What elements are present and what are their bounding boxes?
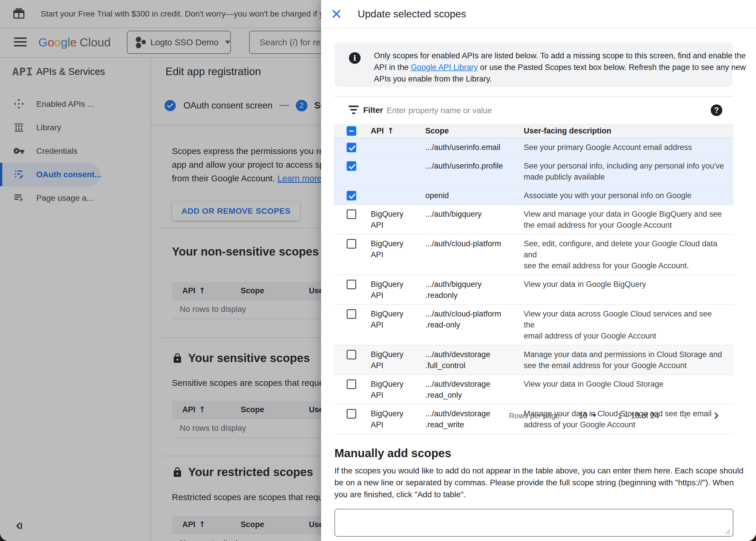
description-cell: View your data in Google Cloud Storage	[524, 375, 733, 404]
scope-cell: .../auth/bigquery	[425, 205, 524, 234]
description-cell: Manage your data and permissions in Clou…	[524, 345, 733, 374]
description-cell: See, edit, configure, and delete your Go…	[524, 235, 733, 275]
api-cell: BigQuery API	[371, 275, 425, 304]
row-checkbox[interactable]	[347, 161, 356, 171]
info-text: Only scopes for enabled APIs are listed …	[374, 50, 751, 85]
rows-per-page-label: Rows per page:	[509, 411, 562, 420]
column-user-facing-description: User-facing description	[524, 124, 611, 138]
scope-cell: .../auth/userinfo.profile	[425, 157, 524, 186]
scope-row: BigQuery API.../auth/cloud-platformSee, …	[334, 235, 733, 275]
row-checkbox[interactable]	[347, 379, 356, 389]
api-cell	[371, 138, 425, 156]
description-cell: View your data across Google Cloud servi…	[524, 305, 733, 345]
scope-row: BigQuery API.../auth/devstorage .full_co…	[334, 345, 733, 375]
row-checkbox[interactable]	[347, 239, 356, 249]
info-icon	[349, 52, 361, 64]
filter-icon	[349, 106, 359, 115]
pagination-range: 1 – 10 of 24	[618, 411, 659, 420]
filter-label: Filter	[363, 97, 383, 124]
filter-input[interactable]	[386, 102, 678, 120]
scope-row: .../auth/userinfo.profileSee your person…	[334, 157, 733, 187]
api-cell	[371, 187, 425, 205]
previous-page-icon[interactable]	[681, 411, 690, 420]
checkbox-cell	[334, 275, 371, 304]
description-cell: Associate you with your personal info on…	[524, 187, 733, 205]
scopes-table: API Scope User-facing description .../au…	[334, 124, 733, 434]
checkbox-cell	[334, 157, 371, 186]
api-cell	[371, 157, 425, 186]
row-checkbox[interactable]	[347, 191, 356, 201]
scope-cell: .../auth/userinfo.email	[425, 138, 524, 156]
update-selected-scopes-panel: Update selected scopes Only scopes for e…	[321, 0, 756, 541]
api-cell: BigQuery API	[371, 235, 425, 275]
row-checkbox[interactable]	[347, 279, 356, 289]
scopes-table-header: API Scope User-facing description	[334, 124, 733, 138]
checkbox-cell	[334, 235, 371, 275]
manually-add-scopes-help: If the scopes you would like to add do n…	[334, 465, 747, 500]
scope-cell: .../auth/devstorage .read_only	[425, 375, 524, 404]
description-cell: View your data in Google BigQuery	[524, 275, 733, 304]
panel-title: Update selected scopes	[358, 8, 466, 20]
select-all-checkbox[interactable]	[347, 126, 356, 136]
scope-cell: .../auth/cloud-platform	[425, 235, 524, 275]
api-cell: BigQuery API	[371, 345, 425, 374]
scope-row: BigQuery API.../auth/cloud-platform .rea…	[334, 305, 733, 345]
checkbox-cell	[334, 205, 371, 234]
checkbox-cell	[334, 138, 371, 156]
next-page-icon[interactable]	[712, 411, 721, 420]
scope-cell: .../auth/cloud-platform .read-only	[425, 305, 524, 345]
help-icon[interactable]	[711, 104, 722, 116]
scope-row: BigQuery API.../auth/bigquery .readonlyV…	[334, 275, 733, 305]
row-checkbox[interactable]	[347, 210, 356, 219]
rows-per-page-select[interactable]: 10	[579, 411, 597, 420]
panel-header: Update selected scopes	[321, 0, 756, 28]
scopes-table-rows: .../auth/userinfo.emailSee your primary …	[334, 138, 733, 434]
scope-cell: .../auth/bigquery .readonly	[425, 275, 524, 304]
api-cell: BigQuery API	[371, 205, 425, 234]
api-cell: BigQuery API	[371, 305, 425, 345]
checkbox-cell	[334, 345, 371, 374]
description-cell: View and manage your data in Google BigQ…	[524, 205, 733, 234]
info-banner: Only scopes for enabled APIs are listed …	[335, 42, 733, 87]
row-checkbox[interactable]	[347, 309, 356, 319]
modal-backdrop[interactable]	[0, 0, 321, 541]
row-checkbox[interactable]	[347, 350, 356, 359]
column-scope: Scope	[425, 124, 449, 138]
manual-scopes-textarea[interactable]	[334, 509, 733, 537]
google-api-library-link[interactable]: Google API Library	[411, 63, 478, 72]
checkbox-cell	[334, 305, 371, 345]
manually-add-scopes-heading: Manually add scopes	[334, 447, 451, 460]
google-cloud-console-screen: Start your Free Trial with $300 in credi…	[0, 0, 756, 541]
scope-row: BigQuery API.../auth/devstorage .read_on…	[334, 375, 733, 405]
api-cell: BigQuery API	[371, 375, 425, 404]
scope-row: BigQuery API.../auth/bigqueryView and ma…	[334, 205, 733, 235]
checkbox-cell	[334, 375, 371, 404]
scope-row: .../auth/userinfo.emailSee your primary …	[334, 138, 733, 157]
description-cell: See your primary Google Account email ad…	[524, 138, 733, 156]
pagination: Rows per page: 10 1 – 10 of 24	[334, 405, 733, 426]
scope-cell: .../auth/devstorage .full_control	[425, 345, 524, 374]
row-checkbox[interactable]	[347, 143, 356, 152]
column-api[interactable]: API	[371, 124, 394, 138]
filter-row: Filter	[334, 97, 733, 124]
scope-cell: openid	[425, 187, 524, 205]
description-cell: See your personal info, including any pe…	[524, 157, 733, 186]
scope-row: openidAssociate you with your personal i…	[334, 187, 733, 205]
chevron-down-icon	[592, 414, 597, 417]
checkbox-cell	[334, 187, 371, 205]
close-icon[interactable]	[331, 8, 342, 19]
